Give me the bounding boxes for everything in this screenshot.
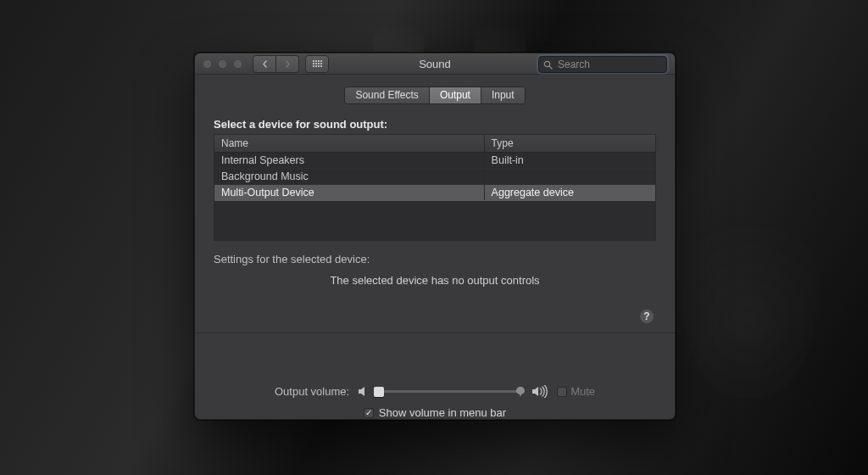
mute-checkbox[interactable] [557,387,567,397]
tab-sound-effects[interactable]: Sound Effects [345,87,430,103]
footer: Output volume: Mute Show volume in menu … [195,377,675,419]
slider-end-marker-icon [515,386,526,398]
zoom-button[interactable] [233,59,242,69]
show-volume-row: Show volume in menu bar [214,406,656,419]
output-volume-slider[interactable] [379,386,523,398]
divider [195,332,675,333]
device-type: Aggregate device [485,185,655,200]
output-volume-row: Output volume: Mute [214,385,656,398]
table-row[interactable]: Background Music [214,169,655,185]
table-header: Name Type [214,135,655,153]
search-input[interactable] [556,58,676,71]
show-volume-checkbox[interactable] [364,408,374,418]
slider-track [379,390,523,393]
show-all-button[interactable] [305,55,329,73]
device-name: Internal Speakers [214,153,485,168]
tab-input[interactable]: Input [481,87,525,103]
tabs: Sound Effects Output Input [195,87,675,104]
chevron-left-icon [262,60,268,68]
table-row[interactable]: Internal Speakers Built-in [214,153,655,169]
mute-checkbox-group: Mute [557,385,595,398]
nav-buttons [253,55,299,73]
window-title: Sound [419,58,451,70]
volume-low-icon [358,386,370,397]
help-button[interactable]: ? [639,309,654,324]
table-row[interactable]: Multi-Output Device Aggregate device [214,185,655,201]
table-filler [214,201,655,240]
device-type [485,169,655,184]
show-volume-label: Show volume in menu bar [379,406,506,419]
svg-point-0 [544,61,549,66]
no-output-controls-message: The selected device has no output contro… [214,274,656,287]
device-name: Background Music [214,169,485,184]
column-header-type[interactable]: Type [485,135,655,152]
device-name: Multi-Output Device [214,185,485,200]
settings-label: Settings for the selected device: [214,253,656,265]
sound-preferences-window: Sound Sound Effects Output Input Select … [194,53,676,420]
select-device-prompt: Select a device for sound output: [214,118,656,131]
minimize-button[interactable] [218,59,227,69]
svg-line-1 [549,66,552,69]
chevron-right-icon [285,60,291,68]
bg-decoration [682,178,817,399]
tab-output[interactable]: Output [430,87,481,103]
search-field[interactable] [538,56,667,73]
window-controls [203,59,242,69]
grid-icon [313,60,322,67]
slider-thumb[interactable] [374,387,384,397]
table-body: Internal Speakers Built-in Background Mu… [214,153,655,240]
back-button[interactable] [253,55,276,73]
desktop-background: Sound Sound Effects Output Input Select … [0,0,868,475]
device-type: Built-in [485,153,655,168]
column-header-name[interactable]: Name [214,135,485,152]
help-icon: ? [643,310,649,322]
forward-button[interactable] [276,55,299,73]
search-icon [543,60,553,70]
content: Select a device for sound output: Name T… [195,113,675,377]
output-volume-label: Output volume: [275,385,349,398]
mute-label: Mute [570,385,595,398]
close-button[interactable] [203,59,212,69]
titlebar: Sound [195,53,675,75]
device-table: Name Type Internal Speakers Built-in Bac… [214,134,656,241]
tab-group: Sound Effects Output Input [344,87,525,104]
volume-high-icon [531,385,548,398]
